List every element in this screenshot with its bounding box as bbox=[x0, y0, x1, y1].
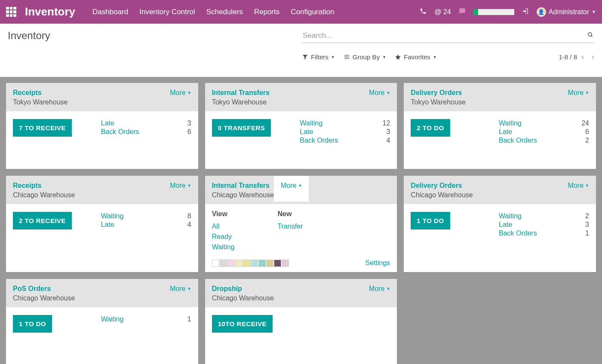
card-more[interactable]: More▼ bbox=[170, 89, 191, 97]
stat-label[interactable]: Back Orders bbox=[300, 137, 338, 144]
pager-next[interactable]: › bbox=[592, 52, 594, 61]
card-more[interactable]: More▼ bbox=[170, 182, 191, 190]
card-titles: PoS OrdersChicago Warehouse bbox=[13, 285, 75, 302]
card-head: PoS OrdersChicago WarehouseMore▼ bbox=[6, 279, 198, 307]
mentions-count[interactable]: @ 24 bbox=[434, 8, 451, 16]
color-swatch[interactable] bbox=[266, 260, 273, 267]
card-type[interactable]: PoS Orders bbox=[13, 285, 75, 293]
card-head: DropshipChicago WarehouseMore▼ bbox=[205, 279, 397, 307]
card-type[interactable]: Internal Transfers bbox=[212, 89, 270, 97]
card-head: Internal TransfersChicago WarehouseMore▼ bbox=[205, 176, 397, 204]
stat-label[interactable]: Back Orders bbox=[101, 128, 139, 136]
stat-value: 3 bbox=[377, 128, 390, 136]
stat-label[interactable]: Waiting bbox=[101, 315, 124, 323]
top-navbar: Inventory Dashboard Inventory Control Sc… bbox=[0, 0, 602, 24]
user-menu[interactable]: 👤 Administrator ▼ bbox=[537, 7, 596, 17]
card-more[interactable]: More▼ bbox=[369, 89, 390, 97]
more-view-item[interactable]: Ready bbox=[212, 232, 235, 242]
brand[interactable]: Inventory bbox=[25, 5, 75, 18]
card-type[interactable]: Internal Transfers bbox=[212, 182, 274, 190]
stat-label[interactable]: Waiting bbox=[499, 212, 522, 220]
primary-button[interactable]: 7 TO RECEIVE bbox=[13, 119, 72, 137]
search-input-wrap bbox=[302, 30, 594, 43]
stat-label[interactable]: Waiting bbox=[300, 119, 322, 127]
card-type[interactable]: Delivery Orders bbox=[411, 182, 473, 190]
favorites-button[interactable]: Favorites ▼ bbox=[395, 53, 437, 61]
color-swatch[interactable] bbox=[220, 260, 227, 267]
stat-label[interactable]: Late bbox=[101, 221, 114, 229]
more-label: More bbox=[568, 182, 584, 190]
primary-button[interactable]: 1 TO DO bbox=[13, 315, 52, 333]
nav-item-configuration[interactable]: Configuration bbox=[291, 8, 334, 16]
primary-button[interactable]: 2 TO DO bbox=[411, 119, 450, 137]
card-stats: Late3Back Orders6 bbox=[101, 119, 191, 161]
primary-button[interactable]: 2 TO RECEIVE bbox=[13, 212, 72, 229]
card-body: 1 TO DOWaiting1 bbox=[6, 307, 198, 364]
filters-button[interactable]: Filters ▼ bbox=[302, 53, 335, 61]
stat-label[interactable]: Late bbox=[499, 221, 512, 229]
color-swatch[interactable] bbox=[274, 260, 281, 267]
color-swatch[interactable] bbox=[282, 260, 289, 267]
kanban-card: DropshipChicago WarehouseMore▼10TO RECEI… bbox=[205, 279, 397, 364]
card-type[interactable]: Receipts bbox=[13, 182, 75, 190]
card-titles: DropshipChicago Warehouse bbox=[212, 285, 274, 302]
trial-progress[interactable] bbox=[473, 9, 514, 15]
settings-link[interactable]: Settings bbox=[366, 259, 390, 267]
stat-label[interactable]: Late bbox=[101, 119, 114, 127]
phone-icon[interactable] bbox=[420, 8, 427, 15]
login-icon[interactable] bbox=[522, 8, 529, 15]
color-swatch[interactable] bbox=[227, 260, 235, 267]
apps-icon[interactable] bbox=[6, 7, 16, 17]
stat-row: Late3 bbox=[300, 128, 390, 136]
card-more[interactable]: More▼ bbox=[369, 285, 390, 293]
chat-icon[interactable] bbox=[459, 8, 466, 15]
card-more[interactable]: More▼ bbox=[170, 285, 191, 293]
pager-text: 1-8 / 8 bbox=[559, 53, 577, 61]
nav-item-reports[interactable]: Reports bbox=[254, 8, 280, 16]
more-new-item[interactable]: Transfer bbox=[277, 221, 303, 232]
search-icon[interactable] bbox=[587, 31, 593, 38]
more-label: More bbox=[170, 182, 185, 190]
card-type[interactable]: Dropship bbox=[212, 285, 274, 293]
card-type[interactable]: Receipts bbox=[13, 89, 68, 97]
primary-button[interactable]: 0 TRANSFERS bbox=[212, 119, 271, 137]
stat-row: Back Orders2 bbox=[499, 136, 589, 145]
nav-item-inventory-control[interactable]: Inventory Control bbox=[139, 8, 195, 16]
color-swatch[interactable] bbox=[243, 260, 250, 267]
stat-value: 6 bbox=[576, 128, 589, 136]
stat-label[interactable]: Back Orders bbox=[499, 137, 537, 144]
color-swatch[interactable] bbox=[251, 260, 258, 267]
card-more[interactable]: More▼ bbox=[274, 176, 309, 202]
primary-button[interactable]: 10TO RECEIVE bbox=[212, 315, 273, 333]
kanban-card: ReceiptsChicago WarehouseMore▼2 TO RECEI… bbox=[6, 176, 198, 272]
stat-label[interactable]: Back Orders bbox=[499, 229, 537, 237]
stat-label[interactable]: Waiting bbox=[499, 119, 522, 127]
nav-item-schedulers[interactable]: Schedulers bbox=[206, 8, 243, 16]
card-type[interactable]: Delivery Orders bbox=[411, 89, 465, 97]
card-more[interactable]: More▼ bbox=[568, 89, 589, 97]
primary-button[interactable]: 1 TO DO bbox=[411, 212, 450, 229]
color-swatch[interactable] bbox=[235, 260, 243, 267]
card-head: Delivery OrdersChicago WarehouseMore▼ bbox=[404, 176, 596, 204]
stat-value: 12 bbox=[377, 119, 390, 127]
stat-row: Waiting12 bbox=[300, 119, 390, 128]
pager-prev[interactable]: ‹ bbox=[581, 52, 584, 61]
stat-label[interactable]: Late bbox=[499, 128, 512, 136]
more-view-item[interactable]: Waiting bbox=[212, 242, 235, 252]
nav-item-dashboard[interactable]: Dashboard bbox=[92, 8, 128, 16]
groupby-button[interactable]: Group By ▼ bbox=[344, 53, 386, 61]
more-label: More bbox=[170, 285, 185, 293]
page-header: Inventory Filters ▼ Group By ▼ bbox=[0, 24, 602, 69]
color-swatch[interactable] bbox=[258, 260, 266, 267]
stat-row: Late4 bbox=[101, 220, 191, 229]
stat-label[interactable]: Waiting bbox=[101, 212, 124, 220]
stat-row: Late3 bbox=[101, 119, 191, 128]
stat-label[interactable]: Late bbox=[300, 128, 313, 136]
nav-menu: Dashboard Inventory Control Schedulers R… bbox=[92, 8, 334, 16]
stat-row: Waiting2 bbox=[499, 212, 589, 220]
more-view-item[interactable]: All bbox=[212, 221, 235, 232]
card-more[interactable]: More▼ bbox=[568, 182, 589, 190]
search-input[interactable] bbox=[302, 30, 594, 43]
card-warehouse: Tokyo Warehouse bbox=[13, 98, 68, 106]
color-swatch[interactable] bbox=[212, 260, 219, 267]
